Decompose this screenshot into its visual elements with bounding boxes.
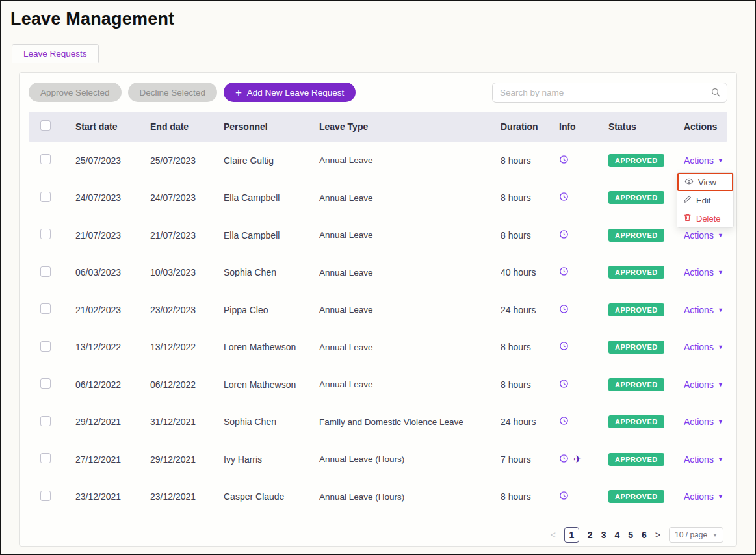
- chevron-down-icon: ▼: [718, 157, 723, 164]
- row-checkbox[interactable]: [40, 266, 51, 277]
- actions-menu-button[interactable]: Actions ▼: [684, 267, 723, 278]
- leave-type-cell: Annual Leave (Hours): [319, 454, 501, 464]
- table-row: 13/12/2022 13/12/2022 Loren Mathewson An…: [29, 329, 727, 367]
- duration-cell: 8 hours: [501, 491, 559, 502]
- actions-label: Actions: [684, 417, 714, 427]
- personnel-cell: Sophia Chen: [224, 417, 319, 427]
- leave-type-cell: Annual Leave: [319, 380, 501, 389]
- actions-label: Actions: [684, 454, 714, 465]
- status-badge: APPROVED: [608, 378, 664, 391]
- add-new-leave-request-label: Add New Leave Request: [247, 88, 344, 97]
- leave-requests-panel: Approve Selected Decline Selected + Add …: [19, 72, 737, 547]
- pencil-icon: [683, 195, 692, 205]
- duration-cell: 40 hours: [501, 267, 559, 278]
- actions-menu-button[interactable]: Actions ▼: [684, 155, 723, 166]
- column-header-info: Info: [559, 122, 608, 132]
- tab-bar: Leave Requests: [1, 44, 755, 62]
- personnel-cell: Pippa Cleo: [224, 305, 319, 315]
- dropdown-item-edit-label: Edit: [696, 196, 710, 205]
- actions-menu-button[interactable]: Actions ▼: [684, 380, 723, 390]
- tab-leave-requests[interactable]: Leave Requests: [12, 44, 99, 63]
- start-date-cell: 21/07/2023: [75, 230, 150, 240]
- personnel-cell: Casper Claude: [224, 491, 319, 502]
- duration-cell: 24 hours: [501, 417, 559, 427]
- page-number[interactable]: 6: [642, 530, 647, 540]
- clock-icon: [559, 341, 569, 353]
- clock-icon: [559, 192, 569, 203]
- start-date-cell: 21/02/2023: [75, 305, 150, 315]
- page-number[interactable]: 3: [601, 530, 606, 540]
- page-number[interactable]: 1: [564, 527, 579, 543]
- dropdown-item-edit[interactable]: Edit: [677, 191, 733, 209]
- info-cell: ✈: [559, 416, 608, 428]
- personnel-cell: Ella Campbell: [224, 230, 319, 240]
- table-row: 24/07/2023 24/07/2023 Ella Campbell Annu…: [29, 179, 727, 217]
- start-date-cell: 24/07/2023: [75, 192, 150, 203]
- column-header-start-date: Start date: [75, 122, 150, 132]
- table-row: 25/07/2023 25/07/2023 Claire Gultig Annu…: [29, 142, 727, 179]
- actions-label: Actions: [684, 230, 714, 240]
- row-checkbox[interactable]: [40, 416, 51, 426]
- pagination-next-button[interactable]: >: [655, 530, 660, 540]
- end-date-cell: 25/07/2023: [150, 155, 224, 166]
- tab-label: Leave Requests: [23, 49, 87, 58]
- end-date-cell: 10/03/2023: [150, 267, 224, 278]
- clock-icon: [559, 454, 569, 465]
- chevron-down-icon: ▼: [712, 532, 718, 538]
- info-cell: ✈: [559, 454, 608, 465]
- table-row: 06/03/2023 10/03/2023 Sophia Chen Annual…: [29, 254, 727, 292]
- actions-menu-button[interactable]: Actions ▼: [684, 305, 723, 315]
- column-header-end-date: End date: [150, 122, 224, 132]
- personnel-cell: Claire Gultig: [224, 155, 319, 166]
- actions-menu-button[interactable]: Actions ▼: [684, 491, 723, 502]
- end-date-cell: 21/07/2023: [150, 230, 224, 240]
- chevron-down-icon: ▼: [718, 456, 723, 463]
- start-date-cell: 06/03/2023: [75, 267, 150, 278]
- duration-cell: 8 hours: [501, 380, 559, 390]
- start-date-cell: 06/12/2022: [75, 380, 150, 390]
- page-number[interactable]: 4: [614, 530, 619, 540]
- decline-selected-button[interactable]: Decline Selected: [128, 83, 217, 102]
- eye-icon: [684, 177, 694, 188]
- approve-selected-button[interactable]: Approve Selected: [29, 83, 122, 102]
- row-checkbox[interactable]: [40, 229, 51, 239]
- dropdown-item-view[interactable]: View: [677, 173, 733, 191]
- start-date-cell: 13/12/2022: [75, 342, 150, 352]
- chevron-down-icon: ▼: [718, 493, 723, 500]
- row-checkbox[interactable]: [40, 192, 51, 202]
- clock-icon: [559, 379, 569, 391]
- row-checkbox[interactable]: [40, 341, 51, 352]
- row-checkbox[interactable]: [40, 453, 51, 463]
- dropdown-item-delete[interactable]: Delete: [677, 209, 733, 227]
- trash-icon: [683, 213, 692, 224]
- row-checkbox[interactable]: [40, 303, 51, 314]
- leave-type-cell: Family and Domestic Violence Leave: [319, 417, 501, 427]
- leave-type-cell: Annual Leave: [319, 193, 501, 203]
- page-number[interactable]: 2: [588, 530, 593, 540]
- page-number[interactable]: 5: [628, 530, 633, 540]
- status-badge: APPROVED: [608, 303, 664, 316]
- dropdown-item-view-label: View: [698, 177, 716, 187]
- info-cell: ✈: [559, 379, 608, 391]
- chevron-down-icon: ▼: [718, 232, 723, 239]
- table-row: 06/12/2022 06/12/2022 Loren Mathewson An…: [29, 366, 727, 404]
- table-row: 29/12/2021 31/12/2021 Sophia Chen Family…: [29, 404, 727, 441]
- select-all-checkbox[interactable]: [40, 120, 51, 131]
- actions-menu-button[interactable]: Actions ▼: [684, 230, 723, 240]
- actions-menu-button[interactable]: Actions ▼: [684, 417, 723, 427]
- row-checkbox[interactable]: [40, 491, 51, 501]
- row-checkbox[interactable]: [40, 154, 51, 164]
- row-checkbox[interactable]: [40, 378, 51, 389]
- table-row: 27/12/2021 29/12/2021 Ivy Harris Annual …: [29, 441, 727, 478]
- actions-menu-button[interactable]: Actions ▼: [684, 454, 723, 465]
- actions-menu-button[interactable]: Actions ▼: [684, 342, 723, 352]
- column-header-status: Status: [608, 122, 684, 132]
- search-input[interactable]: [492, 83, 727, 103]
- add-new-leave-request-button[interactable]: + Add New Leave Request: [224, 83, 356, 102]
- pagination-prev-button[interactable]: <: [551, 530, 556, 540]
- actions-label: Actions: [684, 380, 714, 390]
- start-date-cell: 25/07/2023: [75, 155, 150, 166]
- chevron-down-icon: ▼: [718, 307, 723, 313]
- actions-label: Actions: [684, 155, 714, 166]
- page-size-select[interactable]: 10 / page ▼: [669, 527, 723, 543]
